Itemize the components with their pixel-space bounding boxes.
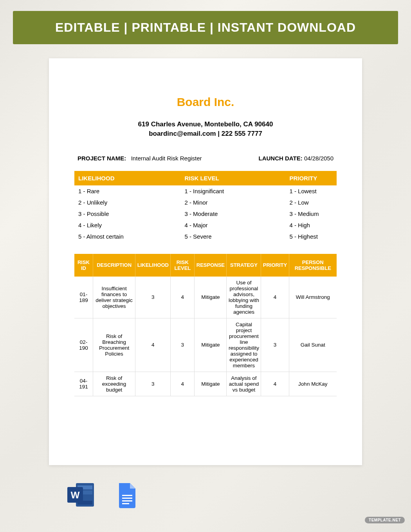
th-priority: PRIORITY	[261, 254, 289, 277]
legend-header-risklevel: RISK LEVEL	[184, 175, 289, 182]
project-name-label: PROJECT NAME:	[78, 155, 126, 162]
project-name-value	[128, 155, 131, 162]
th-likelihood: LIKELIHOOD	[135, 254, 171, 277]
legend-row: 5 - Almost certain 5 - Severe 5 - Highes…	[74, 231, 337, 242]
meta-row: PROJECT NAME: Internal Audit Risk Regist…	[74, 155, 337, 162]
svg-rect-8	[122, 498, 132, 499]
legend-table: LIKELIHOOD RISK LEVEL PRIORITY 1 - Rare …	[74, 171, 337, 242]
table-row: 02-190 Risk of Breaching Procurement Pol…	[74, 318, 337, 372]
legend-row: 1 - Rare 1 - Insignificant 1 - Lowest	[74, 185, 337, 197]
banner: EDITABLE | PRINTABLE | INSTANT DOWNLOAD	[13, 11, 398, 44]
th-risk-level: RISK LEVEL	[171, 254, 195, 277]
th-description: DESCRIPTION	[93, 254, 135, 277]
svg-rect-7	[122, 495, 132, 496]
document-page: Board Inc. 619 Charles Avenue, Montebell…	[49, 58, 362, 465]
table-row: 04-191 Risk of exceeding budget 3 4 Miti…	[74, 372, 337, 396]
launch-date-label: LAUNCH DATE:	[259, 155, 303, 162]
company-address: 619 Charles Avenue, Montebello, CA 90640	[74, 120, 337, 129]
google-docs-icon[interactable]	[117, 482, 145, 509]
watermark: TEMPLATE.NET	[365, 517, 405, 523]
launch-date-value: 04/28/2050	[304, 155, 333, 162]
svg-text:W: W	[71, 490, 80, 500]
company-name: Board Inc.	[74, 95, 337, 109]
legend-row: 4 - Likely 4 - Major 4 - High	[74, 219, 337, 231]
th-person: PERSON RESPONSIBLE	[289, 254, 337, 277]
th-risk-id: RISK ID	[74, 254, 93, 277]
word-icon[interactable]: W	[66, 482, 93, 509]
legend-row: 2 - Unlikely 2 - Minor 2 - Low	[74, 197, 337, 208]
svg-rect-9	[122, 500, 132, 501]
table-row: 01-189 Insufficient finances to deliver …	[74, 277, 337, 318]
legend-header-likelihood: LIKELIHOOD	[74, 175, 184, 182]
risk-table: RISK ID DESCRIPTION LIKELIHOOD RISK LEVE…	[74, 254, 337, 396]
svg-rect-10	[122, 503, 129, 504]
th-strategy: STRATEGY	[227, 254, 261, 277]
company-contact: boardinc@email.com | 222 555 7777	[74, 129, 337, 138]
legend-header-priority: PRIORITY	[289, 175, 337, 182]
th-response: RESPONSE	[195, 254, 227, 277]
legend-row: 3 - Possible 3 - Moderate 3 - Medium	[74, 208, 337, 219]
format-icons-row: W	[66, 482, 411, 509]
